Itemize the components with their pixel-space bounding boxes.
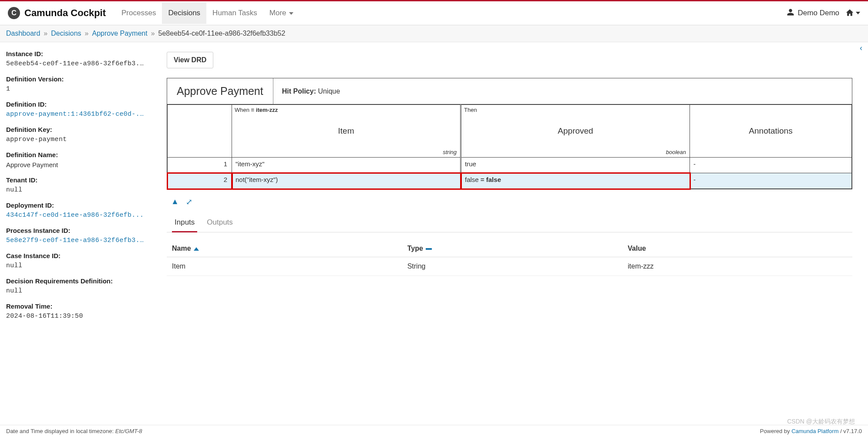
footer-tz: Date and Time displayed in local timezon…: [6, 428, 142, 434]
footer: Date and Time displayed in local timezon…: [0, 425, 868, 437]
nav-human-tasks[interactable]: Human Tasks: [206, 2, 263, 24]
nav-more[interactable]: More: [263, 2, 299, 24]
lbl-def-id: Definition ID:: [6, 101, 145, 108]
lbl-case-inst: Case Instance ID:: [6, 252, 145, 259]
table-row: Item String item-zzz: [167, 257, 852, 276]
val-drd: null: [6, 287, 145, 295]
lbl-def-name: Definition Name:: [6, 151, 145, 158]
nav-decisions[interactable]: Decisions: [162, 2, 206, 24]
chevron-down-icon: [289, 12, 293, 15]
val-proc-inst[interactable]: 5e8e27f9-ce0f-11ee-a986-32f6efb3...: [6, 237, 145, 244]
dmn-output-header: Then Approved boolean: [461, 105, 690, 158]
dmn-row-matched: 2 not("item-xyz") false = false -: [168, 173, 852, 189]
collapse-sidebar-icon[interactable]: ‹: [860, 44, 868, 52]
user-icon: [787, 8, 794, 18]
col-value[interactable]: Value: [622, 240, 852, 257]
dmn-hit-policy: Hit Policy: Unique: [273, 81, 349, 102]
brand-icon: C: [8, 7, 20, 19]
collapse-panel-icon[interactable]: ▲: [171, 197, 179, 207]
sort-none-icon: [426, 248, 432, 250]
home-icon: [845, 8, 854, 18]
col-name[interactable]: Name: [167, 240, 402, 257]
dmn-corner: [168, 105, 232, 158]
view-drd-button[interactable]: View DRD: [167, 52, 213, 68]
lbl-drd: Decision Requirements Definition:: [6, 277, 145, 285]
val-case-inst: null: [6, 262, 145, 269]
tab-outputs[interactable]: Outputs: [207, 214, 233, 232]
dmn-row: 1 "item-xyz" true -: [168, 158, 852, 173]
tab-inputs[interactable]: Inputs: [175, 214, 195, 232]
sidebar: Instance ID: 5e8eeb54-ce0f-11ee-a986-32f…: [0, 42, 151, 426]
footer-link[interactable]: Camunda Platform: [791, 428, 838, 434]
val-def-name: Approve Payment: [6, 161, 145, 168]
breadcrumb: Dashboard» Decisions» Approve Payment» 5…: [0, 25, 868, 42]
crumb-approve-payment[interactable]: Approve Payment: [92, 30, 147, 37]
val-def-id[interactable]: approve-payment:1:4361bf62-ce0d-...: [6, 111, 145, 118]
val-deploy-id[interactable]: 434c147f-ce0d-11ee-a986-32f6efb...: [6, 212, 145, 219]
home-menu[interactable]: [845, 8, 860, 18]
brand-text: Camunda Cockpit: [24, 7, 106, 19]
lbl-proc-inst: Process Instance ID:: [6, 227, 145, 234]
lbl-def-version: Definition Version:: [6, 75, 145, 83]
content: View DRD Approve Payment Hit Policy: Uni…: [151, 42, 868, 426]
decision-table: Approve Payment Hit Policy: Unique When …: [167, 78, 852, 189]
user-name: Demo Demo: [798, 9, 839, 17]
dmn-input-header: When = item-zzz Item string: [232, 105, 461, 158]
val-tenant-id: null: [6, 186, 145, 194]
crumb-dashboard[interactable]: Dashboard: [6, 30, 40, 37]
lbl-tenant-id: Tenant ID:: [6, 176, 145, 184]
expand-panel-icon[interactable]: ⤢: [186, 197, 192, 207]
col-type[interactable]: Type: [402, 240, 622, 257]
val-def-version: 1: [6, 85, 145, 93]
brand[interactable]: C Camunda Cockpit: [8, 7, 106, 19]
inputs-table: Name Type Value Item String item-zzz: [167, 240, 852, 276]
panel-tools: ▲ ⤢: [167, 197, 852, 207]
tabs: Inputs Outputs: [167, 214, 852, 232]
val-removal: 2024-08-16T11:39:50: [6, 313, 145, 320]
sort-asc-icon: [194, 247, 199, 251]
val-instance-id: 5e8eeb54-ce0f-11ee-a986-32f6efb3...: [6, 60, 145, 67]
crumb-decisions[interactable]: Decisions: [51, 30, 81, 37]
navbar: C Camunda Cockpit Processes Decisions Hu…: [0, 1, 868, 25]
lbl-removal: Removal Time:: [6, 303, 145, 310]
lbl-def-key: Definition Key:: [6, 126, 145, 133]
nav-processes[interactable]: Processes: [115, 2, 162, 24]
footer-powered: Powered by Camunda Platform / v7.17.0: [760, 428, 862, 434]
lbl-instance-id: Instance ID:: [6, 50, 145, 57]
chevron-down-icon: [856, 12, 860, 14]
crumb-current: 5e8eeb54-ce0f-11ee-a986-32f6efb33b52: [158, 30, 286, 37]
val-def-key: approve-payment: [6, 136, 145, 143]
user-menu[interactable]: Demo Demo: [787, 8, 839, 18]
dmn-annotations-header: Annotations: [690, 105, 852, 158]
dmn-title: Approve Payment: [167, 78, 273, 104]
lbl-deploy-id: Deployment ID:: [6, 202, 145, 209]
